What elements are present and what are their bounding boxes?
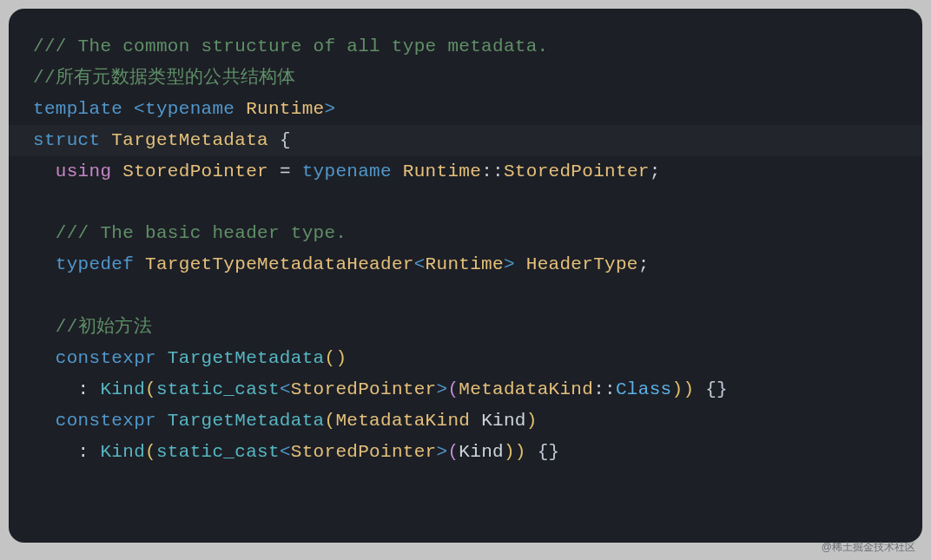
code-line-3: template <typename Runtime>	[33, 94, 898, 125]
code-line-2: //所有元数据类型的公共结构体	[33, 63, 898, 94]
code-line-10: //初始方法	[33, 312, 898, 343]
code-line-1: /// The common structure of all type met…	[33, 31, 898, 63]
code-line-6	[33, 188, 898, 219]
code-line-4: struct TargetMetadata {	[9, 125, 922, 156]
code-line-12: : Kind(static_cast<StoredPointer>(Metada…	[33, 374, 898, 405]
code-line-8: typedef TargetTypeMetadataHeader<Runtime…	[33, 249, 898, 280]
code-block: /// The common structure of all type met…	[9, 9, 922, 543]
code-line-13: constexpr TargetMetadata(MetadataKind Ki…	[33, 405, 898, 437]
code-line-9	[33, 280, 898, 312]
code-line-11: constexpr TargetMetadata()	[33, 343, 898, 374]
code-line-5: using StoredPointer = typename Runtime::…	[33, 156, 898, 188]
code-line-14: : Kind(static_cast<StoredPointer>(Kind))…	[33, 437, 898, 468]
code-line-7: /// The basic header type.	[33, 218, 898, 249]
watermark-text: @稀土掘金技术社区	[822, 540, 915, 551]
